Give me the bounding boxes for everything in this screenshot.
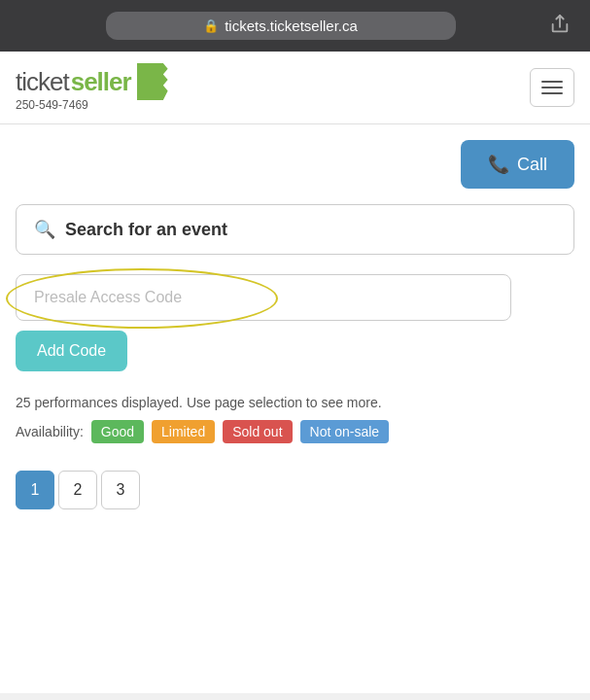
hamburger-line-1 [541, 81, 563, 83]
performances-text: 25 performances displayed. Use page sele… [16, 395, 574, 410]
search-section: 🔍 Search for an event [0, 196, 590, 262]
share-icon [549, 14, 571, 35]
call-section: 📞 Call [0, 124, 590, 196]
call-button[interactable]: 📞 Call [461, 140, 574, 189]
logo-area: ticket seller 250-549-7469 [16, 63, 168, 112]
search-icon: 🔍 [34, 219, 55, 240]
call-button-label: Call [517, 155, 547, 175]
url-area: 🔒 tickets.ticketseller.ca [16, 12, 545, 40]
logo-phone: 250-549-7469 [16, 98, 168, 112]
hamburger-line-3 [541, 92, 563, 94]
badge-notsale: Not on-sale [300, 420, 390, 443]
browser-bar: 🔒 tickets.ticketseller.ca [0, 0, 590, 52]
logo-ticket-icon [137, 63, 168, 100]
page-button-3[interactable]: 3 [101, 471, 140, 509]
badge-limited: Limited [152, 420, 215, 443]
availability-row: Availability: Good Limited Sold out Not … [16, 420, 574, 443]
availability-label: Availability: [16, 424, 84, 439]
access-code-section: Add Code [0, 262, 590, 379]
site-header: ticket seller 250-549-7469 [0, 52, 590, 124]
search-bar[interactable]: 🔍 Search for an event [16, 204, 574, 255]
lock-icon: 🔒 [203, 18, 219, 33]
page-content: ticket seller 250-549-7469 📞 Call 🔍 Sear… [0, 52, 590, 693]
access-code-wrapper [16, 274, 574, 321]
share-button[interactable] [545, 10, 574, 42]
search-label: Search for an event [65, 220, 227, 240]
presale-access-code-input[interactable] [16, 274, 511, 321]
url-pill[interactable]: 🔒 tickets.ticketseller.ca [106, 12, 456, 40]
add-code-button[interactable]: Add Code [16, 331, 127, 371]
info-section: 25 performances displayed. Use page sele… [0, 379, 590, 451]
logo-text: ticket seller [16, 63, 168, 100]
page-button-1[interactable]: 1 [16, 471, 54, 509]
logo-seller-text: seller [71, 67, 131, 97]
phone-icon: 📞 [488, 154, 509, 175]
page-button-2[interactable]: 2 [58, 471, 97, 509]
hamburger-menu-button[interactable] [530, 68, 574, 107]
pagination-section: 1 2 3 [0, 451, 590, 529]
logo-ticket-text: ticket [16, 67, 69, 97]
url-text: tickets.ticketseller.ca [225, 18, 358, 34]
badge-good: Good [91, 420, 144, 443]
hamburger-line-2 [541, 87, 563, 88]
badge-soldout: Sold out [223, 420, 292, 443]
